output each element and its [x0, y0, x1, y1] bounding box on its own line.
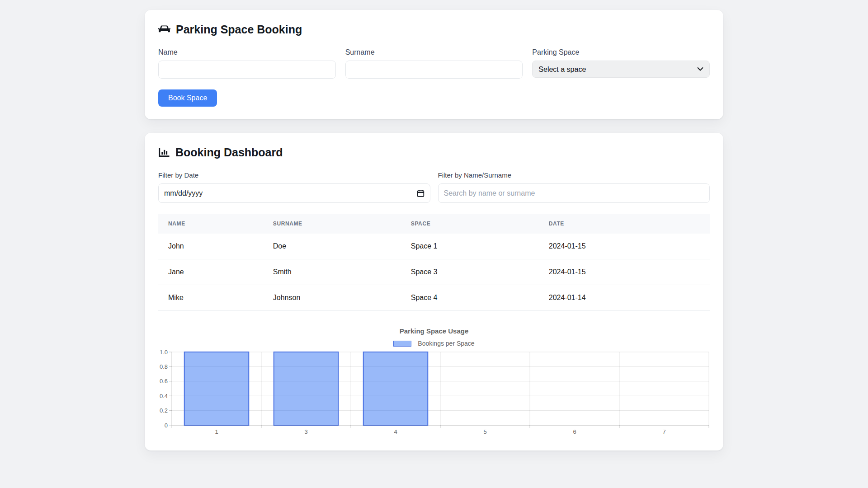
column-header-name: NAME	[158, 214, 263, 234]
page-container: Parking Space Booking Name Surname Parki…	[145, 0, 723, 450]
date-filter-group: Filter by Date	[158, 171, 430, 203]
usage-chart: Parking Space Usage Bookings per Space 1…	[158, 327, 710, 438]
table-row: JohnDoeSpace 12024-01-15	[158, 234, 710, 259]
name-input[interactable]	[158, 61, 336, 79]
parking-space-select[interactable]: Select a space	[532, 61, 710, 78]
legend-swatch-icon	[393, 341, 411, 347]
cell-surname: Doe	[263, 234, 401, 259]
svg-text:0.4: 0.4	[160, 393, 168, 399]
bar-chart-icon	[158, 148, 170, 157]
bookings-table: NAME SURNAME SPACE DATE JohnDoeSpace 120…	[158, 214, 710, 311]
cell-date: 2024-01-15	[539, 234, 710, 259]
surname-label: Surname	[345, 48, 523, 56]
name-field-group: Name	[158, 48, 336, 79]
svg-text:0: 0	[165, 422, 168, 429]
svg-text:0.6: 0.6	[160, 378, 168, 385]
cell-space: Space 4	[401, 285, 539, 311]
date-filter-input[interactable]	[158, 183, 430, 203]
cell-name: John	[158, 234, 263, 259]
svg-text:6: 6	[573, 428, 576, 435]
column-header-space: SPACE	[401, 214, 539, 234]
cell-space: Space 1	[401, 234, 539, 259]
column-header-surname: SURNAME	[263, 214, 401, 234]
parking-space-field-group: Parking Space Select a space	[532, 48, 710, 79]
book-space-button[interactable]: Book Space	[158, 89, 217, 107]
svg-text:1.0: 1.0	[160, 349, 168, 356]
usage-chart-svg: 1.00.80.60.40.20134567	[158, 348, 709, 438]
name-filter-input[interactable]	[438, 183, 710, 203]
booking-form-title-text: Parking Space Booking	[176, 23, 302, 36]
legend-label: Bookings per Space	[418, 340, 474, 347]
cell-date: 2024-01-14	[539, 285, 710, 311]
svg-text:7: 7	[662, 428, 665, 435]
table-row: MikeJohnsonSpace 42024-01-14	[158, 285, 710, 311]
bookings-table-body: JohnDoeSpace 12024-01-15JaneSmithSpace 3…	[158, 234, 710, 311]
booking-dashboard-title-text: Booking Dashboard	[175, 145, 283, 159]
cell-name: Mike	[158, 285, 263, 311]
cell-date: 2024-01-15	[539, 259, 710, 285]
cell-space: Space 3	[401, 259, 539, 285]
svg-text:4: 4	[394, 428, 397, 435]
car-icon	[158, 25, 170, 34]
svg-text:0.2: 0.2	[160, 407, 168, 414]
usage-chart-title: Parking Space Usage	[158, 327, 710, 335]
surname-input[interactable]	[345, 61, 523, 79]
booking-dashboard-title: Booking Dashboard	[158, 145, 710, 159]
column-header-date: DATE	[539, 214, 710, 234]
booking-form-title: Parking Space Booking	[158, 23, 710, 36]
surname-field-group: Surname	[345, 48, 523, 79]
bookings-table-header: NAME SURNAME SPACE DATE	[158, 214, 710, 234]
cell-surname: Johnson	[263, 285, 401, 311]
name-filter-group: Filter by Name/Surname	[438, 171, 710, 203]
name-label: Name	[158, 48, 336, 56]
calendar-icon[interactable]	[417, 189, 425, 197]
svg-text:5: 5	[483, 428, 486, 435]
cell-name: Jane	[158, 259, 263, 285]
table-row: JaneSmithSpace 32024-01-15	[158, 259, 710, 285]
dashboard-filters: Filter by Date Filter by Name/Surname	[158, 171, 710, 203]
booking-form-card: Parking Space Booking Name Surname Parki…	[145, 10, 723, 119]
cell-surname: Smith	[263, 259, 401, 285]
svg-text:0.8: 0.8	[160, 363, 168, 370]
booking-dashboard-card: Booking Dashboard Filter by Date	[145, 133, 723, 450]
svg-text:3: 3	[304, 428, 307, 435]
booking-form-fields: Name Surname Parking Space Select a spac…	[158, 48, 710, 79]
name-filter-label: Filter by Name/Surname	[438, 171, 710, 179]
date-filter-label: Filter by Date	[158, 171, 430, 179]
svg-text:1: 1	[215, 428, 218, 435]
usage-chart-legend: Bookings per Space	[158, 340, 710, 347]
parking-space-label: Parking Space	[532, 48, 710, 56]
